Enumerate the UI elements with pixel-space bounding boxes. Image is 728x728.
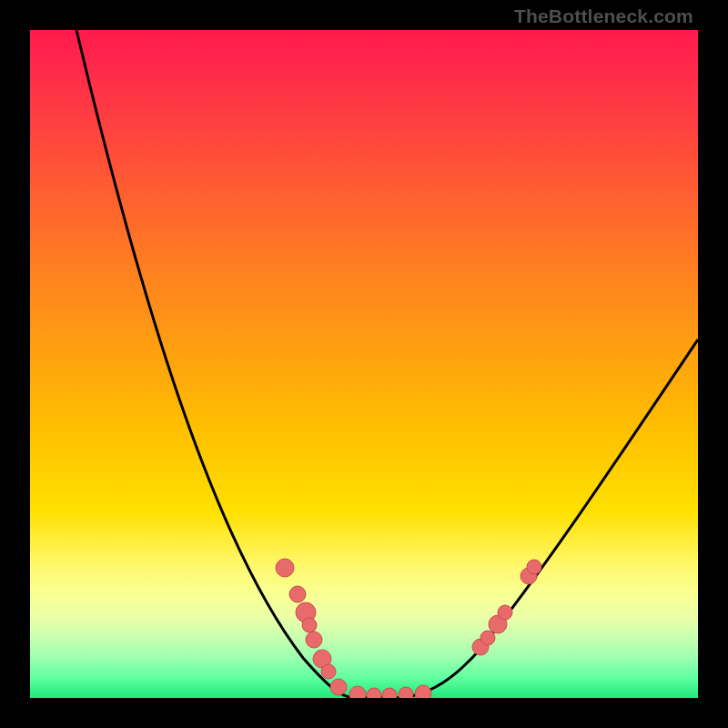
data-marker (415, 685, 431, 698)
data-marker (382, 688, 397, 698)
attribution-text: TheBottleneck.com (514, 5, 693, 27)
data-marker (527, 560, 541, 574)
curve-layer (30, 30, 698, 698)
chart-frame: TheBottleneck.com (0, 0, 728, 728)
data-marker (330, 679, 347, 695)
marker-layer (276, 559, 541, 698)
data-marker (399, 687, 413, 698)
data-marker (367, 688, 381, 698)
bottleneck-curve (76, 30, 698, 698)
data-marker (289, 586, 306, 602)
data-marker (306, 632, 322, 648)
data-marker (480, 631, 495, 645)
data-marker (321, 664, 336, 679)
data-marker (349, 686, 366, 698)
data-marker (276, 559, 294, 577)
data-marker (302, 618, 317, 632)
data-marker (498, 605, 512, 620)
plot-area (30, 30, 698, 698)
